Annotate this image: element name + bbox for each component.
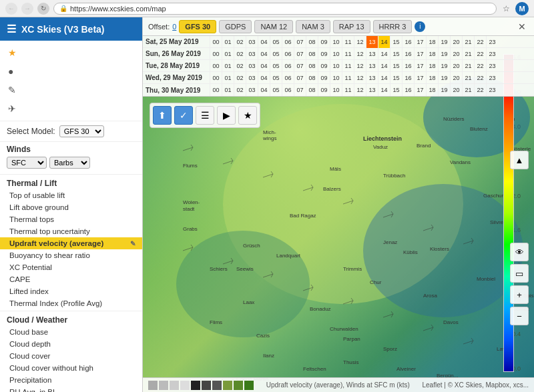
hour-cell-3-1[interactable]: 01	[222, 72, 234, 84]
hour-cell-2-0[interactable]: 00	[210, 60, 222, 72]
menu-item-top-usable-lift[interactable]: Top of usable lift	[0, 189, 142, 201]
menu-item-lifted-index[interactable]: Lifted index	[0, 285, 142, 297]
hour-cell-0-2[interactable]: 02	[234, 36, 246, 48]
edit-icon[interactable]: ✎	[130, 240, 136, 247]
hour-cell-3-7[interactable]: 07	[294, 72, 306, 84]
hour-cell-3-17[interactable]: 17	[414, 72, 426, 84]
hour-cell-1-23[interactable]: 23	[486, 48, 498, 60]
hour-cell-0-10[interactable]: 10	[330, 36, 342, 48]
hour-cell-3-5[interactable]: 05	[270, 72, 282, 84]
menu-item-updraft-velocity[interactable]: Updraft velocity (average) ✎	[0, 237, 142, 249]
hour-cell-0-0[interactable]: 00	[210, 36, 222, 48]
hour-cell-3-8[interactable]: 08	[306, 72, 318, 84]
hour-cell-2-14[interactable]: 14	[378, 60, 390, 72]
hour-cell-2-5[interactable]: 05	[270, 60, 282, 72]
hour-cell-3-18[interactable]: 18	[426, 72, 438, 84]
sidebar-icon-plane[interactable]: ✈	[0, 99, 142, 118]
hour-cell-3-12[interactable]: 12	[354, 72, 366, 84]
hour-cell-1-17[interactable]: 17	[414, 48, 426, 60]
hour-cell-4-1[interactable]: 01	[222, 84, 234, 96]
hour-cell-1-22[interactable]: 22	[474, 48, 486, 60]
hour-cell-3-22[interactable]: 22	[474, 72, 486, 84]
hour-cell-3-4[interactable]: 04	[258, 72, 270, 84]
hour-cell-2-4[interactable]: 04	[258, 60, 270, 72]
url-bar[interactable]: 🔒 https://www.xcskies.com/map	[53, 3, 497, 15]
map-container[interactable]: Liechtenstein Vaduz Mäls Balzers Bad Rag…	[143, 17, 534, 392]
menu-item-thermal-top-uncertainty[interactable]: Thermal top uncertainty	[0, 225, 142, 237]
winds-level-dropdown[interactable]: SFC 500m 1000m 2000m 3000m	[7, 157, 47, 169]
menu-item-cloud-base[interactable]: Cloud base	[0, 326, 142, 338]
hour-cell-1-8[interactable]: 08	[306, 48, 318, 60]
hour-cell-4-0[interactable]: 00	[210, 84, 222, 96]
layers-map-button[interactable]: ▭	[510, 264, 529, 283]
star-button[interactable]: ★	[238, 106, 257, 125]
hour-cell-4-9[interactable]: 09	[318, 84, 330, 96]
hour-cell-1-7[interactable]: 07	[294, 48, 306, 60]
hour-cell-4-19[interactable]: 19	[438, 84, 450, 96]
hour-cell-2-9[interactable]: 09	[318, 60, 330, 72]
hour-cell-3-16[interactable]: 16	[402, 72, 414, 84]
hour-cell-3-0[interactable]: 00	[210, 72, 222, 84]
tab-nam3[interactable]: NAM 3	[296, 20, 330, 33]
menu-item-buoyancy-shear[interactable]: Buoyancy to shear ratio	[0, 249, 142, 261]
menu-item-lift-above-ground[interactable]: Lift above ground	[0, 201, 142, 213]
hour-cell-1-6[interactable]: 06	[282, 48, 294, 60]
hour-cell-0-12[interactable]: 12	[354, 36, 366, 48]
hour-cell-4-7[interactable]: 07	[294, 84, 306, 96]
hour-cell-3-3[interactable]: 03	[246, 72, 258, 84]
hour-cell-1-1[interactable]: 01	[222, 48, 234, 60]
hour-cell-1-21[interactable]: 21	[462, 48, 474, 60]
hour-cell-2-2[interactable]: 02	[234, 60, 246, 72]
hour-cell-4-8[interactable]: 08	[306, 84, 318, 96]
tab-hrrr3[interactable]: HRRR 3	[373, 20, 413, 33]
hour-cell-0-7[interactable]: 07	[294, 36, 306, 48]
hour-cell-0-19[interactable]: 19	[438, 36, 450, 48]
hour-cell-2-19[interactable]: 19	[438, 60, 450, 72]
hour-cell-0-14[interactable]: 14	[378, 36, 390, 48]
hour-cell-0-17[interactable]: 17	[414, 36, 426, 48]
hour-cell-1-2[interactable]: 02	[234, 48, 246, 60]
menu-item-rh-avg[interactable]: RH Avg. in BL	[0, 386, 142, 392]
hour-cell-4-15[interactable]: 15	[390, 84, 402, 96]
hour-cell-0-15[interactable]: 15	[390, 36, 402, 48]
hour-cell-0-18[interactable]: 18	[426, 36, 438, 48]
hour-cell-4-21[interactable]: 21	[462, 84, 474, 96]
hour-cell-2-15[interactable]: 15	[390, 60, 402, 72]
hour-cell-3-15[interactable]: 15	[390, 72, 402, 84]
hour-cell-2-22[interactable]: 22	[474, 60, 486, 72]
hour-cell-0-8[interactable]: 08	[306, 36, 318, 48]
tab-rap13[interactable]: RAP 13	[333, 20, 370, 33]
hour-cell-2-11[interactable]: 11	[342, 60, 354, 72]
close-button[interactable]: ✕	[515, 20, 529, 33]
hour-cell-0-21[interactable]: 21	[462, 36, 474, 48]
hour-cell-4-17[interactable]: 17	[414, 84, 426, 96]
menu-item-precipitation[interactable]: Precipitation	[0, 374, 142, 386]
hour-cell-1-9[interactable]: 09	[318, 48, 330, 60]
hour-cell-2-8[interactable]: 08	[306, 60, 318, 72]
hour-cell-2-1[interactable]: 01	[222, 60, 234, 72]
menu-item-cape[interactable]: CAPE	[0, 273, 142, 285]
hour-cell-2-10[interactable]: 10	[330, 60, 342, 72]
hour-cell-1-3[interactable]: 03	[246, 48, 258, 60]
hour-cell-3-10[interactable]: 10	[330, 72, 342, 84]
hour-cell-4-20[interactable]: 20	[450, 84, 462, 96]
hour-cell-0-16[interactable]: 16	[402, 36, 414, 48]
tab-nam12[interactable]: NAM 12	[254, 20, 293, 33]
hour-cell-1-0[interactable]: 00	[210, 48, 222, 60]
play-button[interactable]: ▶	[217, 106, 236, 125]
sidebar-icon-location[interactable]: ●	[0, 62, 142, 81]
hour-cell-2-21[interactable]: 21	[462, 60, 474, 72]
hour-cell-4-4[interactable]: 04	[258, 84, 270, 96]
hour-cell-1-10[interactable]: 10	[330, 48, 342, 60]
hour-cell-0-1[interactable]: 01	[222, 36, 234, 48]
check-button[interactable]: ✓	[174, 106, 193, 125]
hour-cell-2-6[interactable]: 06	[282, 60, 294, 72]
hour-cell-4-5[interactable]: 05	[270, 84, 282, 96]
hour-cell-3-19[interactable]: 19	[438, 72, 450, 84]
hour-cell-2-7[interactable]: 07	[294, 60, 306, 72]
sidebar-icon-clock[interactable]: ✎	[0, 81, 142, 99]
hour-cell-1-13[interactable]: 13	[366, 48, 378, 60]
star-bookmark-icon[interactable]: ☆	[501, 3, 511, 14]
hour-cell-3-9[interactable]: 09	[318, 72, 330, 84]
back-button[interactable]: ←	[5, 3, 17, 15]
